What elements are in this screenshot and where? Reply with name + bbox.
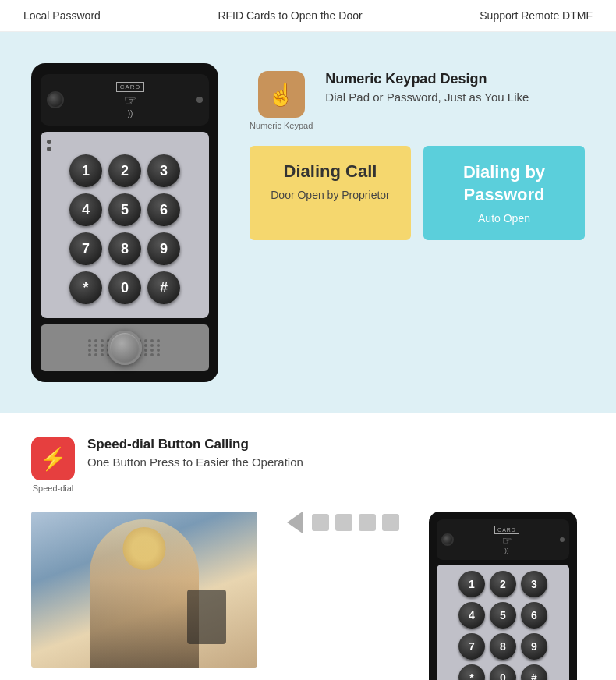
feature-cards-row: Dialing Call Door Open by Proprietor Dia…	[250, 146, 585, 240]
key-row-sm: 456	[441, 602, 565, 629]
dialing-call-subtitle: Door Open by Proprietor	[268, 188, 392, 204]
top-bar-item-2: RFID Cards to Open the Door	[218, 9, 362, 22]
numeric-keypad-icon-box: ☝	[258, 71, 305, 118]
key-button-sm-6[interactable]: 6	[521, 602, 547, 629]
side-indicators	[47, 140, 203, 151]
keypad-body: 123456789*0#	[41, 132, 209, 318]
key-button-sm-9[interactable]: 9	[521, 633, 547, 660]
key-button-9[interactable]: 9	[147, 232, 180, 265]
bottom-content-row: CARD ☞ )) 123456789*0#	[31, 512, 585, 680]
speed-dial-icon-wrapper: ⚡ Speed-dial	[31, 437, 75, 493]
speed-dial-subtitle: One Button Press to Easier the Operation	[87, 455, 303, 469]
key-row-sm: 123	[441, 571, 565, 597]
right-feature-content: ☝ Numeric Keypad Numeric Keypad Design D…	[250, 63, 585, 240]
keypad-body-sm: 123456789*0#	[437, 565, 569, 680]
key-button-sm-0[interactable]: 0	[490, 664, 516, 680]
key-row-sm: *0#	[441, 664, 565, 680]
phone-device-small-wrapper: CARD ☞ )) 123456789*0#	[429, 512, 585, 680]
feature-subtitle: Dial Pad or Password, Just as You Like	[325, 90, 529, 104]
section-feature-keypad: CARD ☞ )) 123456789*0# ☝	[0, 32, 616, 413]
pagination-dot-2[interactable]	[335, 514, 352, 531]
key-button-sm-2[interactable]: 2	[490, 571, 516, 597]
speed-dial-icon-box: ⚡	[31, 437, 75, 480]
phone-device-small: CARD ☞ )) 123456789*0#	[429, 512, 577, 680]
rfid-waves: ))	[128, 109, 133, 118]
person-photo	[31, 512, 257, 668]
key-row: *0#	[47, 271, 203, 304]
speed-dial-header: ⚡ Speed-dial Speed-dial Button Calling O…	[31, 437, 585, 493]
call-button[interactable]	[108, 331, 142, 365]
dialing-password-subtitle: Auto Open	[442, 212, 566, 225]
key-button-sm-5[interactable]: 5	[490, 602, 516, 629]
card-area: CARD ☞ ))	[116, 82, 145, 118]
key-button-sm-8[interactable]: 8	[490, 633, 516, 660]
key-button-3[interactable]: 3	[147, 154, 180, 187]
pagination-dot-1[interactable]	[312, 514, 329, 531]
key-row: 789	[47, 232, 203, 265]
card-hand-icon: ☞	[124, 92, 136, 109]
numeric-keypad-icon-wrapper: ☝ Numeric Keypad	[250, 71, 313, 130]
phone-top-sm: CARD ☞ ))	[437, 519, 569, 560]
camera-lens-sm	[441, 533, 454, 546]
indicator-dot	[196, 97, 203, 103]
dialing-call-title: Dialing Call	[268, 161, 392, 182]
key-button-sm-4[interactable]: 4	[458, 602, 485, 629]
camera-lens	[47, 91, 64, 108]
pagination-dot-3[interactable]	[359, 514, 376, 531]
numeric-keypad-label: Numeric Keypad	[250, 121, 313, 130]
feature-title: Numeric Keypad Design	[325, 71, 529, 87]
key-button-sm-3[interactable]: 3	[521, 571, 547, 597]
key-row-sm: 789	[441, 633, 565, 660]
pagination-dots	[287, 512, 399, 533]
key-button-sm-#[interactable]: #	[521, 664, 547, 680]
pagination-area	[273, 512, 413, 549]
section-speed-dial: ⚡ Speed-dial Speed-dial Button Calling O…	[0, 413, 616, 680]
pagination-dot-4[interactable]	[382, 514, 399, 531]
feature-text-block: Numeric Keypad Design Dial Pad or Passwo…	[325, 71, 529, 104]
top-bar-item-3: Support Remote DTMF	[480, 9, 593, 22]
speed-dial-text-block: Speed-dial Button Calling One Button Pre…	[87, 437, 303, 469]
card-hand-icon-sm: ☞	[502, 534, 512, 547]
key-button-#[interactable]: #	[147, 271, 180, 304]
top-bar: Local Password RFID Cards to Open the Do…	[0, 0, 616, 32]
speaker-grille	[41, 324, 209, 371]
key-button-*[interactable]: *	[69, 271, 102, 304]
key-row: 123	[47, 154, 203, 187]
hand-touch-icon: ☝	[267, 82, 295, 108]
key-button-7[interactable]: 7	[69, 232, 102, 265]
key-button-sm-*[interactable]: *	[458, 664, 485, 680]
card-dialing-password: Dialing by Password Auto Open	[423, 146, 585, 240]
person-photo-container	[31, 512, 257, 668]
card-dialing-call: Dialing Call Door Open by Proprietor	[250, 146, 411, 240]
dialing-password-title: Dialing by Password	[442, 161, 566, 206]
key-button-sm-1[interactable]: 1	[458, 571, 485, 597]
bolt-icon: ⚡	[40, 446, 67, 472]
key-button-sm-7[interactable]: 7	[458, 633, 485, 660]
speed-dial-title: Speed-dial Button Calling	[87, 437, 303, 452]
key-button-2[interactable]: 2	[108, 154, 141, 187]
key-button-4[interactable]: 4	[69, 193, 102, 226]
prev-arrow-icon[interactable]	[287, 512, 303, 533]
top-bar-item-1: Local Password	[23, 9, 101, 22]
feature-header: ☝ Numeric Keypad Numeric Keypad Design D…	[250, 71, 585, 130]
phone-top-area: CARD ☞ ))	[41, 74, 209, 126]
speed-dial-label: Speed-dial	[33, 483, 74, 493]
key-button-0[interactable]: 0	[108, 271, 141, 304]
key-button-8[interactable]: 8	[108, 232, 141, 265]
key-row: 456	[47, 193, 203, 226]
phone-device-main: CARD ☞ )) 123456789*0#	[31, 63, 218, 382]
key-button-5[interactable]: 5	[108, 193, 141, 226]
key-button-1[interactable]: 1	[69, 154, 102, 187]
key-button-6[interactable]: 6	[147, 193, 180, 226]
